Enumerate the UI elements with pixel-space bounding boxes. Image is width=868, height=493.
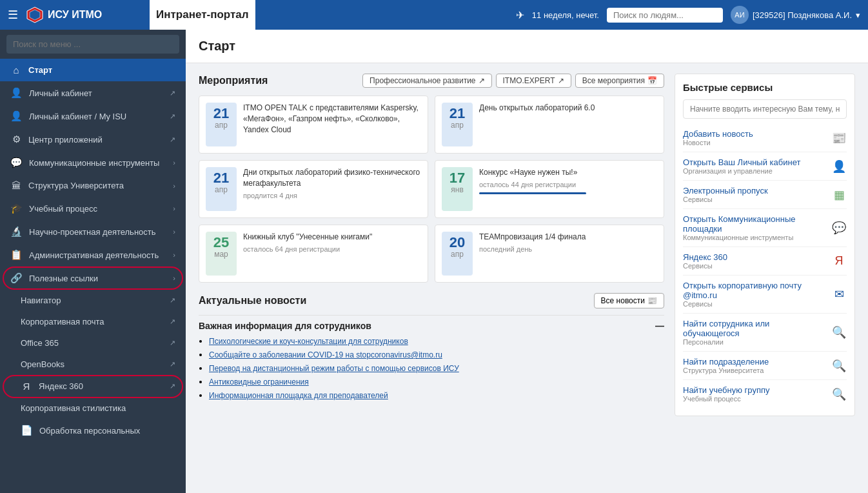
quick-item-8[interactable]: Найти учебную группуУчебный процесс🔍: [683, 380, 847, 408]
content-columns: Мероприятия Профессиональное развитие ↗ …: [199, 74, 855, 416]
quick-search-input[interactable]: [683, 99, 847, 119]
sidebar-icon-personaldata: 📄: [21, 425, 33, 436]
quick-item-0[interactable]: Добавить новостьНовости📰: [683, 124, 847, 152]
event-card-0[interactable]: 21апрITMO OPEN TALK с представителями Ka…: [199, 96, 428, 154]
event-card-4[interactable]: 25марКнижный клуб "Унесенные книгами"ост…: [199, 225, 428, 283]
sidebar-item-study[interactable]: 🎓Учебный процесс›: [0, 197, 186, 220]
quick-item-icon-4: Я: [831, 254, 847, 268]
sidebar-item-openbooks[interactable]: OpenBooks↗: [0, 354, 186, 375]
quick-item-icon-0: 📰: [831, 131, 847, 145]
quick-item-name-7: Найти подразделение: [683, 357, 826, 367]
sidebar-item-myisu[interactable]: 👤Личный кабинет / My ISU↗: [0, 105, 186, 128]
news-icon: 📰: [647, 296, 657, 305]
sidebar-item-personaldata[interactable]: 📄Обработка персональных: [0, 419, 186, 442]
chevron-icon-admin: ›: [173, 251, 175, 259]
news-groups: Важная информация для сотрудников—Психол…: [199, 315, 664, 400]
user-menu[interactable]: АИ [329526] Позднякова А.И. ▾: [731, 6, 860, 24]
send-icon[interactable]: ✈: [516, 9, 524, 21]
sidebar-icon-structure: 🏛: [10, 180, 22, 191]
event-card-2[interactable]: 21апрДни открытых лабораторий физико-тех…: [199, 160, 428, 218]
quick-item-icon-3: 💬: [831, 221, 847, 235]
external-icon-yandex360: ↗: [170, 382, 175, 390]
sidebar-item-structure[interactable]: 🏛Структура Университета›: [0, 174, 186, 197]
quick-item-icon-2: ▦: [831, 188, 847, 202]
quick-item-5[interactable]: Открыть корпоративную почту @itmo.ruСерв…: [683, 276, 847, 314]
topbar: ☰ ИСУ ИТМО Интранет-портал ✈ 11 неделя, …: [0, 0, 868, 30]
sidebar-label-admin: Административная деятельность: [29, 250, 159, 260]
sidebar-icon-start: ⌂: [10, 65, 22, 75]
event-title-2: Дни открытых лабораторий физико-техничес…: [243, 167, 421, 189]
all-news-label: Все новости: [601, 296, 645, 305]
sidebar-icon-research: 🔬: [10, 226, 23, 237]
sidebar-label-useful: Полезные ссылки: [29, 274, 98, 283]
quick-item-4[interactable]: Яндекс 360СервисыЯ: [683, 247, 847, 276]
tag-professional[interactable]: Профессиональное развитие ↗: [362, 74, 491, 88]
event-card-3[interactable]: 17янвКонкурс «Науке нужен ты!»осталось 4…: [435, 160, 664, 218]
event-meta-5: последний день: [479, 245, 657, 253]
event-title-3: Конкурс «Науке нужен ты!»: [479, 167, 657, 178]
sidebar-item-personal[interactable]: 👤Личный кабинет↗: [0, 81, 186, 105]
external-icon-personal: ↗: [170, 89, 175, 97]
sidebar-item-office365[interactable]: Office 365↗: [0, 332, 186, 354]
sidebar-icon-myisu: 👤: [10, 110, 23, 122]
sidebar-label-structure: Структура Университета: [28, 181, 124, 190]
news-title: Актуальные новости: [199, 295, 306, 307]
quick-item-cat-2: Сервисы: [683, 196, 826, 203]
sidebar-item-useful[interactable]: 🔗Полезные ссылки›: [0, 267, 186, 290]
sidebar-label-corpmail: Корпоративная почта: [21, 317, 104, 327]
event-card-5[interactable]: 20апрTEAMпровизация 1/4 финалапоследний …: [435, 225, 664, 283]
news-link-0-1[interactable]: Сообщайте о заболевании COVID-19 на stop…: [209, 350, 442, 359]
event-date-2: 21апр: [206, 167, 237, 211]
chevron-icon-research: ›: [173, 228, 175, 236]
sidebar-item-corpmail[interactable]: Корпоративная почта↗: [0, 311, 186, 332]
sidebar-item-research[interactable]: 🔬Научно-проектная деятельность›: [0, 220, 186, 243]
sidebar-item-start[interactable]: ⌂Старт: [0, 59, 186, 81]
quick-item-name-4: Яндекс 360: [683, 252, 826, 262]
sidebar-label-start: Старт: [28, 65, 52, 75]
quick-item-1[interactable]: Открыть Ваш Личный кабинетОрганизация и …: [683, 152, 847, 181]
news-link-0-2[interactable]: Перевод на дистанционный режим работы с …: [209, 364, 459, 373]
sidebar-item-corpstyle[interactable]: Корпоративная стилистика: [0, 397, 186, 419]
sidebar-item-comms[interactable]: 💬Коммуникационные инструменты›: [0, 151, 186, 174]
news-link-0-0[interactable]: Психологические и коуч-консультации для …: [209, 337, 408, 346]
sidebar-item-admin[interactable]: 📋Административная деятельность›: [0, 243, 186, 267]
menu-icon[interactable]: ☰: [8, 8, 18, 22]
news-link-0-4[interactable]: Информационная площадка для преподавател…: [209, 391, 388, 400]
event-card-1[interactable]: 21апрДень открытых лабораторий 6.0: [435, 96, 664, 154]
tag-expert[interactable]: ITMO.EXPERT ↗: [496, 74, 571, 88]
quick-item-name-8: Найти учебную группу: [683, 385, 826, 395]
chevron-icon-structure: ›: [173, 182, 175, 190]
quick-item-name-0: Добавить новость: [683, 129, 826, 139]
sidebar-item-navigator[interactable]: Навигатор↗: [0, 290, 186, 311]
quick-item-cat-3: Коммуникационные инструменты: [683, 234, 826, 241]
sidebar-label-openbooks: OpenBooks: [21, 359, 64, 369]
sidebar-icon-study: 🎓: [10, 203, 23, 214]
sidebar-item-yandex360[interactable]: ЯЯндекс 360↗: [0, 375, 186, 397]
quick-item-icon-5: ✉: [831, 287, 847, 301]
people-search[interactable]: [607, 8, 723, 23]
sidebar-search-input[interactable]: [6, 35, 179, 54]
quick-item-3[interactable]: Открыть Коммуникационные площадкиКоммуни…: [683, 209, 847, 247]
quick-items-list: Добавить новостьНовости📰Открыть Ваш Личн…: [683, 124, 847, 408]
collapse-icon-0[interactable]: —: [655, 321, 664, 331]
sidebar-label-comms: Коммуникационные инструменты: [29, 158, 159, 168]
sidebar-icon-personal: 👤: [10, 87, 23, 99]
events-tags: Профессиональное развитие ↗ ITMO.EXPERT …: [362, 74, 664, 88]
news-link-0-3[interactable]: Антиковидные ограничения: [209, 377, 309, 387]
event-date-4: 25мар: [206, 232, 237, 276]
quick-item-7[interactable]: Найти подразделениеСтруктура Университет…: [683, 352, 847, 380]
event-title-0: ITMO OPEN TALK с представителями Kaspers…: [243, 103, 421, 135]
quick-item-6[interactable]: Найти сотрудника или обучающегосяПерсона…: [683, 314, 847, 352]
tag-all-events[interactable]: Все мероприятия 📅: [575, 74, 664, 88]
quick-item-icon-1: 👤: [831, 159, 847, 174]
sidebar-item-apps[interactable]: ⚙Центр приложений↗: [0, 128, 186, 151]
sidebar-icon-yandex360: Я: [21, 381, 32, 392]
quick-item-name-2: Электронный пропуск: [683, 186, 826, 196]
news-header: Актуальные новости Все новости 📰: [199, 293, 664, 308]
sidebar-label-apps: Центр приложений: [28, 135, 103, 145]
all-news-button[interactable]: Все новости 📰: [594, 293, 664, 308]
content-right: Быстрые сервисы Добавить новостьНовости📰…: [675, 74, 855, 416]
event-title-4: Книжный клуб "Унесенные книгами": [243, 232, 421, 243]
week-info: 11 неделя, нечет.: [532, 10, 599, 20]
quick-item-2[interactable]: Электронный пропускСервисы▦: [683, 181, 847, 209]
